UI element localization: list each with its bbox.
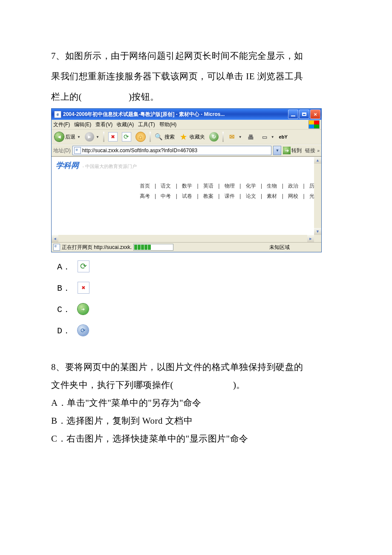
vertical-scrollbar[interactable]	[314, 157, 321, 235]
back-button[interactable]: 后退 ▼	[53, 131, 82, 143]
globe-refresh-icon	[78, 325, 89, 336]
favorites-button[interactable]: 收藏夹	[178, 131, 206, 143]
separator	[222, 132, 224, 142]
nav-link[interactable]: 素材	[265, 193, 279, 199]
option-c: C．	[57, 298, 342, 320]
home-icon	[135, 132, 146, 142]
page-content: 学科网 - 中国最大的教育资源门户 首页 | 语文 | 数学 | 英语 | 物理…	[52, 156, 321, 242]
search-icon	[155, 133, 163, 141]
menu-file[interactable]: 文件(F)	[53, 121, 70, 128]
search-button[interactable]: 搜索	[153, 131, 176, 143]
history-button[interactable]	[208, 131, 220, 143]
site-nav-row2: 高考 | 中考 | 试卷 | 教案 | 课件 | 论文 | 素材 | 网校 | …	[56, 191, 317, 201]
address-dropdown[interactable]	[273, 146, 281, 155]
option-a: A．	[57, 256, 342, 277]
stop-icon	[78, 282, 89, 294]
option-d: D．	[57, 320, 342, 341]
option-d-label: D．	[57, 325, 71, 336]
horizontal-scrollbar[interactable]	[52, 235, 314, 242]
print-button[interactable]	[245, 131, 257, 143]
maximize-button[interactable]	[299, 110, 309, 119]
q8-line2-pre: 文件夹中，执行下列哪项操作(	[51, 380, 173, 390]
forward-button[interactable]: ▼	[84, 131, 101, 143]
menu-tools[interactable]: 工具(T)	[138, 121, 155, 128]
nav-link[interactable]: 试卷	[180, 193, 194, 199]
nav-link[interactable]: 高考	[138, 193, 152, 199]
close-button[interactable]	[310, 110, 320, 119]
go-label: 转到	[291, 147, 302, 154]
history-icon	[209, 132, 219, 142]
address-input[interactable]: http://sucai.zxxk.com/SoftInfo.aspx?Info…	[72, 146, 272, 155]
progress-bar	[133, 244, 173, 251]
ie-page-icon	[54, 111, 61, 118]
q7-line3-post: )按钮。	[129, 92, 159, 102]
nav-link[interactable]: 中考	[159, 193, 173, 199]
stop-button[interactable]	[107, 131, 119, 143]
q8-option-c: C．右击图片，选择快捷菜单中的"显示图片"命令	[51, 430, 342, 448]
nav-link[interactable]: 生物	[265, 183, 279, 189]
menu-edit[interactable]: 编辑(E)	[74, 121, 91, 128]
forward-icon	[78, 304, 89, 315]
option-b: B．	[57, 277, 342, 298]
nav-link[interactable]: 物理	[223, 183, 236, 189]
address-label: 地址(D)	[53, 147, 71, 154]
nav-link[interactable]: 英语	[202, 183, 215, 189]
nav-link[interactable]: 化学	[244, 183, 258, 189]
minimize-button[interactable]	[288, 110, 298, 119]
q7-line1: 7、如图所示，由于网络问题引起网页长时间不能完全显示，如	[51, 47, 342, 65]
q8-line1: 8、要将网页中的某图片，以图片文件的格式单独保持到硬盘的	[51, 358, 342, 376]
q7-line2: 果我们想重新连接服务器下载该网页，可以单击 IE 浏览器工具	[51, 67, 342, 85]
nav-link[interactable]: 语文	[159, 183, 173, 189]
q8-option-a: A．单击"文件"菜单中的"另存为"命令	[51, 394, 342, 412]
nav-link[interactable]: 政治	[286, 183, 300, 189]
home-button[interactable]	[134, 131, 147, 143]
window-title: 2004-2006年初中信息技术试题集-粤教沪版[原创] - 素材中心 - Mi…	[63, 111, 225, 118]
edit-icon	[260, 132, 269, 142]
links-label[interactable]: 链接	[305, 147, 315, 154]
q7-options: A． B． C． D．	[57, 256, 342, 341]
titlebar: 2004-2006年初中信息技术试题集-粤教沪版[原创] - 素材中心 - Mi…	[52, 109, 321, 120]
q7-line3-pre: 栏上的(	[51, 92, 82, 102]
print-icon	[246, 132, 256, 142]
menu-favorites[interactable]: 收藏(A)	[117, 121, 134, 128]
site-tagline: - 中国最大的教育资源门户	[82, 164, 136, 169]
nav-link[interactable]: 教案	[202, 193, 215, 199]
chevron-down-icon: ▼	[239, 135, 242, 139]
option-b-label: B．	[57, 282, 71, 294]
status-text: 正在打开网页 http://sucai.zxxk.	[62, 244, 132, 251]
ebay-button[interactable]: ebY	[277, 131, 289, 143]
nav-link[interactable]: 数学	[180, 183, 194, 189]
menubar: 文件(F) 编辑(E) 查看(V) 收藏(A) 工具(T) 帮助(H)	[52, 120, 321, 130]
page-icon	[53, 244, 60, 251]
q8-line2-post: )。	[233, 380, 245, 390]
chevron-down-icon: ▼	[271, 135, 274, 139]
refresh-icon	[122, 132, 131, 142]
chevron-down-icon: ▼	[96, 135, 99, 139]
site-logo: 学科网	[56, 161, 79, 170]
security-zone: 未知区域	[269, 244, 290, 251]
nav-link[interactable]: 课件	[223, 193, 236, 199]
separator	[103, 132, 104, 142]
back-icon	[55, 132, 64, 142]
refresh-icon	[78, 260, 89, 272]
go-icon	[283, 147, 291, 154]
nav-link[interactable]: 网校	[286, 193, 300, 199]
ebay-icon: ebY	[279, 132, 288, 142]
chevron-down-icon: ▼	[77, 135, 81, 139]
refresh-button[interactable]	[121, 131, 133, 143]
go-button[interactable]: 转到	[283, 147, 302, 154]
page-icon	[74, 147, 81, 154]
edit-button[interactable]: ▼	[259, 131, 276, 143]
toolbar: 后退 ▼ ▼ 搜索 收藏夹 ▼ ▼	[52, 130, 321, 145]
mail-icon	[228, 132, 237, 142]
windows-flag-icon	[308, 120, 320, 129]
nav-link[interactable]: 论文	[244, 193, 258, 199]
menu-view[interactable]: 查看(V)	[95, 121, 112, 128]
stop-icon	[108, 132, 118, 142]
menu-help[interactable]: 帮助(H)	[159, 121, 177, 128]
question-8: 8、要将网页中的某图片，以图片文件的格式单独保持到硬盘的 文件夹中，执行下列哪项…	[51, 358, 342, 448]
mail-button[interactable]: ▼	[226, 131, 243, 143]
q7-line3: 栏上的()按钮。	[51, 88, 342, 106]
site-nav-row1: 首页 | 语文 | 数学 | 英语 | 物理 | 化学 | 生物 | 政治 | …	[56, 181, 317, 191]
nav-link[interactable]: 首页	[138, 183, 152, 189]
